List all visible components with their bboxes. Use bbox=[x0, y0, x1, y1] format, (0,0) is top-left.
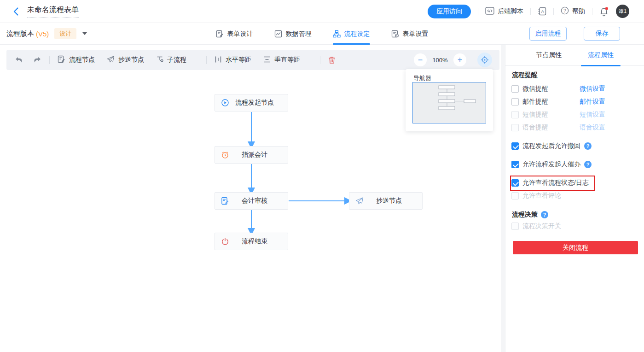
flow-node-assign[interactable]: 指派会计 bbox=[215, 146, 288, 164]
back-icon[interactable] bbox=[13, 7, 19, 16]
flow-node-review[interactable]: 会计审核 bbox=[215, 192, 288, 210]
page-title[interactable]: 未命名流程表单 bbox=[27, 5, 79, 18]
wechat-remind-checkbox[interactable] bbox=[511, 85, 519, 93]
navigator-title: 导航器 bbox=[413, 74, 431, 82]
view-comments-checkbox[interactable] bbox=[511, 192, 519, 199]
flow-node-cc[interactable]: 抄送节点 bbox=[349, 192, 423, 210]
help-button[interactable]: ? 帮助 bbox=[561, 6, 585, 16]
voice-remind-checkbox bbox=[511, 124, 519, 131]
app-window: 未命名流程表单 应用访问 后端脚本 A ? 帮助 bbox=[0, 0, 644, 352]
canvas-scrollbar[interactable] bbox=[501, 45, 505, 352]
avatar[interactable]: 谭1 bbox=[616, 5, 629, 18]
remind-row-voice: 语音提醒 语音设置 bbox=[511, 123, 605, 132]
divider bbox=[530, 8, 531, 15]
remind-row-email: 邮件提醒 邮件设置 bbox=[511, 97, 605, 106]
redo-icon[interactable] bbox=[33, 56, 41, 64]
divider bbox=[320, 56, 320, 64]
dictionary-icon[interactable]: A bbox=[538, 7, 546, 16]
panel-tabs: 节点属性 流程属性 bbox=[505, 45, 644, 66]
sub-header: 流程版本 (V5) 设计 表单设计 数据管理 流程设定 表单设置 启用流 bbox=[0, 23, 644, 45]
svg-text:A: A bbox=[541, 9, 545, 14]
divider bbox=[553, 8, 554, 15]
zoom-level: 100% bbox=[432, 57, 448, 64]
alarm-clock-icon bbox=[221, 151, 229, 159]
voice-setting-link: 语音设置 bbox=[580, 123, 605, 132]
divider bbox=[478, 8, 478, 15]
navigator-viewport[interactable] bbox=[412, 82, 486, 123]
flow-node-end[interactable]: 流程结束 bbox=[215, 233, 288, 250]
close-flow-button[interactable]: 关闭流程 bbox=[513, 241, 638, 254]
divider bbox=[592, 8, 592, 15]
sms-setting-link: 短信设置 bbox=[580, 111, 605, 119]
enable-flow-button[interactable]: 启用流程 bbox=[529, 27, 567, 41]
tab-node-properties[interactable]: 节点属性 bbox=[536, 45, 562, 66]
add-flow-node-button[interactable]: 流程节点 bbox=[58, 55, 95, 65]
paper-plane-icon bbox=[107, 55, 115, 65]
divider bbox=[206, 56, 207, 64]
chevron-down-icon[interactable] bbox=[82, 32, 87, 35]
minimap bbox=[413, 82, 486, 123]
tab-form-setting[interactable]: 表单设置 bbox=[391, 23, 429, 45]
remind-row-wechat: 微信提醒 微信设置 bbox=[511, 84, 605, 94]
sms-remind-checkbox bbox=[511, 111, 519, 118]
option-row-allow-urge: 允许流程发起人催办 ? bbox=[511, 160, 592, 169]
flow-version-number: (V5) bbox=[36, 30, 49, 38]
undo-icon[interactable] bbox=[15, 56, 23, 64]
canvas-toolbar: 流程节点 抄送节点 子流程 水平等距 bbox=[6, 50, 499, 70]
vertical-spacing-icon bbox=[263, 56, 271, 65]
help-icon[interactable]: ? bbox=[541, 211, 548, 218]
power-icon bbox=[221, 237, 229, 246]
zoom-in-button[interactable]: + bbox=[453, 53, 466, 66]
wechat-setting-link[interactable]: 微信设置 bbox=[580, 85, 605, 93]
email-setting-link[interactable]: 邮件设置 bbox=[580, 98, 605, 106]
tab-flow-setting[interactable]: 流程设定 bbox=[333, 23, 370, 45]
decision-section-title: 流程决策 ? bbox=[512, 211, 548, 219]
horizontal-spacing-icon bbox=[215, 56, 222, 65]
main-tabs: 表单设计 数据管理 流程设定 表单设置 bbox=[216, 23, 429, 45]
option-row-view-status-log: 允许查看流程状态/日志 bbox=[511, 178, 589, 188]
paper-plane-icon bbox=[355, 197, 364, 205]
vertical-spacing-button[interactable]: 垂直等距 bbox=[263, 56, 300, 65]
flow-canvas[interactable]: 流程节点 抄送节点 子流程 水平等距 bbox=[0, 45, 505, 352]
zoom-out-button[interactable]: − bbox=[414, 53, 427, 66]
divider bbox=[49, 56, 50, 64]
add-cc-node-button[interactable]: 抄送节点 bbox=[107, 55, 144, 65]
code-icon bbox=[485, 7, 494, 16]
option-row-allow-withdraw: 流程发起后允许撤回 ? bbox=[511, 141, 592, 151]
add-subflow-button[interactable]: 子流程 bbox=[156, 56, 186, 65]
properties-panel: 节点属性 流程属性 流程提醒 微信提醒 微信设置 邮件提醒 邮件设置 短信提醒 … bbox=[505, 45, 644, 352]
navigator-panel: 导航器 bbox=[406, 69, 493, 131]
decision-switch-row: 流程决策开关 bbox=[511, 222, 561, 231]
horizontal-spacing-button[interactable]: 水平等距 bbox=[215, 56, 251, 65]
allow-urge-checkbox[interactable] bbox=[511, 161, 519, 168]
fit-view-button[interactable] bbox=[477, 53, 492, 67]
option-row-view-comments: 允许查看评论 bbox=[511, 191, 561, 200]
design-mode-badge[interactable]: 设计 bbox=[54, 28, 76, 39]
remind-section-title: 流程提醒 bbox=[512, 71, 538, 79]
save-button[interactable]: 保存 bbox=[584, 27, 620, 41]
svg-text:?: ? bbox=[563, 8, 566, 13]
question-circle-icon: ? bbox=[561, 6, 569, 16]
email-remind-checkbox[interactable] bbox=[511, 98, 519, 106]
app-access-button[interactable]: 应用访问 bbox=[428, 5, 471, 18]
view-status-log-checkbox[interactable] bbox=[511, 179, 519, 187]
edit-doc-icon bbox=[221, 197, 229, 205]
tab-flow-properties[interactable]: 流程属性 bbox=[588, 45, 614, 66]
help-icon[interactable]: ? bbox=[584, 161, 592, 168]
edit-doc-icon bbox=[58, 55, 65, 65]
delete-trash-icon[interactable] bbox=[328, 56, 336, 64]
flow-node-start[interactable]: 流程发起节点 bbox=[215, 94, 288, 111]
flow-version-label: 流程版本 bbox=[6, 29, 34, 38]
allow-withdraw-checkbox[interactable] bbox=[511, 142, 519, 150]
tab-data-manage[interactable]: 数据管理 bbox=[274, 23, 312, 45]
remind-row-sms: 短信提醒 短信设置 bbox=[511, 110, 605, 119]
branch-icon bbox=[156, 56, 163, 65]
tab-form-design[interactable]: 表单设计 bbox=[216, 23, 253, 45]
decision-switch-checkbox[interactable] bbox=[511, 223, 519, 230]
backend-script-button[interactable]: 后端脚本 bbox=[485, 7, 523, 16]
help-icon[interactable]: ? bbox=[584, 142, 592, 150]
top-header: 未命名流程表单 应用访问 后端脚本 A ? 帮助 bbox=[0, 0, 644, 23]
notification-bell-icon[interactable] bbox=[599, 6, 609, 17]
play-icon bbox=[221, 99, 229, 107]
